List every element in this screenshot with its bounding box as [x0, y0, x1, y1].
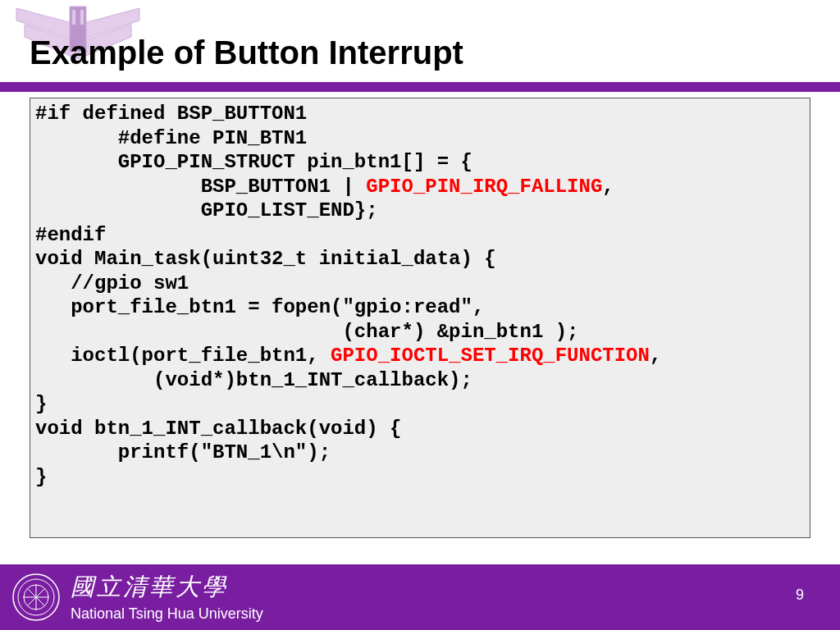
code-line: void btn_1_INT_callback(void) {	[35, 418, 401, 440]
footer-uni-cn: 國立清華大學	[71, 571, 263, 604]
code-line: void Main_task(uint32_t initial_data) {	[35, 248, 496, 270]
code-line: //gpio sw1	[35, 272, 189, 294]
code-line: (void*)btn_1_INT_callback);	[35, 369, 472, 391]
code-line: #define PIN_BTN1	[35, 127, 307, 149]
code-line: GPIO_LIST_END};	[35, 199, 378, 221]
code-highlight: GPIO_PIN_IRQ_FALLING	[366, 176, 602, 198]
footer-bar: 國立清華大學 National Tsing Hua University 9	[0, 564, 840, 630]
page-number: 9	[796, 587, 804, 604]
svg-rect-4	[80, 10, 84, 25]
code-line: GPIO_PIN_STRUCT pin_btn1[] = {	[35, 151, 472, 173]
code-line: #if defined BSP_BUTTON1	[35, 103, 307, 125]
code-line: }	[35, 466, 47, 488]
code-highlight: GPIO_IOCTL_SET_IRQ_FUNCTION	[331, 345, 650, 367]
nthu-seal-icon	[11, 573, 61, 622]
footer-text: 國立清華大學 National Tsing Hua University	[71, 573, 263, 623]
code-line: ioctl(port_file_btn1,	[35, 345, 331, 367]
footer-uni-en: National Tsing Hua University	[71, 605, 263, 623]
code-line: printf("BTN_1\n");	[35, 441, 331, 463]
code-line: ,	[602, 176, 614, 198]
svg-rect-3	[72, 10, 75, 25]
divider-bar	[0, 82, 840, 92]
code-line: ,	[650, 345, 661, 367]
code-line: }	[35, 393, 47, 415]
code-line: port_file_btn1 = fopen("gpio:read",	[35, 296, 484, 318]
code-line: (char*) &pin_btn1 );	[35, 321, 579, 343]
code-line: #endif	[35, 224, 106, 246]
code-block: #if defined BSP_BUTTON1 #define PIN_BTN1…	[30, 98, 810, 538]
code-line: BSP_BUTTON1 |	[35, 176, 366, 198]
slide-title: Example of Button Interrupt	[30, 34, 463, 71]
